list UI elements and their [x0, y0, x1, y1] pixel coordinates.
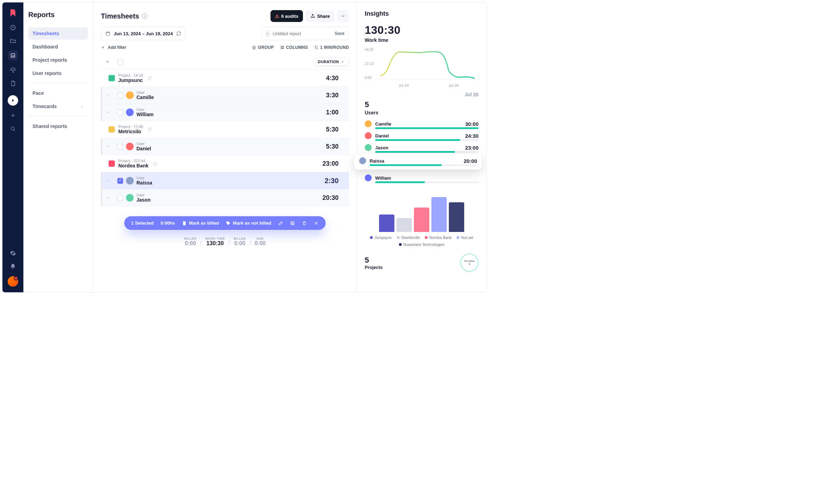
collapse-icon[interactable]	[105, 144, 110, 149]
settings-icon[interactable]	[9, 250, 16, 257]
collapse-icon[interactable]	[105, 93, 110, 97]
delete-button[interactable]	[302, 221, 307, 226]
sidebar-item-shared-reports[interactable]: Shared reports	[28, 120, 88, 133]
file-icon[interactable]	[9, 80, 16, 87]
user-avatar-icon	[365, 174, 372, 181]
external-link-icon[interactable]	[147, 127, 152, 132]
audits-button[interactable]: ⚠6 audits	[270, 10, 303, 22]
user-breakdown-row[interactable]: Jason23:00	[365, 144, 479, 153]
duration-cell: 5:30	[326, 126, 349, 133]
external-link-icon[interactable]	[153, 161, 157, 166]
collapse-icon[interactable]	[105, 196, 110, 200]
nav-rail	[2, 2, 23, 292]
user-breakdown-row[interactable]: William	[365, 174, 479, 183]
user-row[interactable]: UserRaissa2:30	[101, 172, 349, 189]
user-time-bar	[375, 181, 479, 183]
user-avatar-icon	[365, 120, 372, 127]
user-row[interactable]: UserCamille3:30	[101, 87, 349, 104]
chevron-down-icon	[341, 14, 345, 18]
project-color-icon	[109, 75, 115, 81]
project-row[interactable]: Project · 221:44Nordea Bank23:00	[101, 155, 349, 172]
umbrella-icon[interactable]	[9, 67, 16, 74]
user-time: 23:00	[465, 145, 479, 151]
user-avatar-icon	[126, 108, 134, 116]
user-name: William	[136, 112, 154, 117]
projects-bar-chart	[365, 194, 479, 232]
share-dropdown[interactable]	[337, 10, 349, 22]
report-name-input[interactable]	[273, 31, 331, 36]
sidebar-item-user-reports[interactable]: User reports	[28, 67, 88, 80]
user-avatar-icon	[365, 144, 372, 151]
select-all-checkbox[interactable]	[117, 59, 123, 65]
user-breakdown-row[interactable]: Raissa20:00	[354, 154, 482, 170]
sidebar-item-dashboard[interactable]: Dashboard	[28, 40, 88, 53]
svg-rect-3	[106, 32, 110, 35]
columns-button[interactable]: COLUMNS	[280, 45, 308, 50]
reports-icon[interactable]	[8, 51, 18, 60]
sidebar-item-pace[interactable]: Pace	[28, 87, 88, 99]
mark-as-not-billed-button[interactable]: Mark as not billed	[226, 220, 271, 226]
add-filter-button[interactable]: Add filter	[101, 45, 126, 50]
svg-point-2	[11, 127, 14, 130]
external-link-icon[interactable]	[147, 76, 152, 81]
project-row[interactable]: Project · 14:10Jumpsunc4:30	[101, 70, 349, 87]
worktime-label: Work time	[365, 37, 479, 43]
user-avatar-icon	[365, 132, 372, 139]
date-range-picker[interactable]: Jun 13, 2024 – Jun 19, 2024	[101, 27, 186, 40]
collapse-icon[interactable]	[105, 179, 110, 183]
user-time-bar	[375, 151, 479, 153]
refresh-icon[interactable]	[176, 31, 181, 36]
sparkline-focus-date: Jul 26	[365, 92, 479, 97]
project-row[interactable]: Project · 77:40Metricsilo5:30	[101, 121, 349, 138]
sidebar-item-timesheets[interactable]: Timesheets	[28, 27, 88, 40]
row-checkbox[interactable]	[117, 178, 123, 184]
user-breakdown-row[interactable]: Camille30:00	[365, 120, 479, 129]
round-button[interactable]: 1 MIN/ROUND	[314, 45, 349, 50]
row-checkbox[interactable]	[117, 144, 123, 150]
share-button[interactable]: Share	[306, 10, 334, 22]
copy-icon	[290, 221, 295, 226]
row-checkbox[interactable]	[117, 110, 123, 115]
app-logo	[8, 8, 18, 18]
duration-column-menu[interactable]: DURATION	[313, 58, 349, 66]
clock-icon[interactable]	[9, 24, 16, 31]
collapse-icon[interactable]	[105, 59, 110, 64]
legend-dot	[425, 236, 428, 239]
group-button[interactable]: GROUP	[252, 45, 274, 50]
sidebar-item-timecards[interactable]: Timecards	[28, 100, 88, 113]
info-icon[interactable]: i	[142, 13, 148, 19]
row-checkbox[interactable]	[117, 195, 123, 201]
user-row[interactable]: UserDaniel5:30	[101, 138, 349, 155]
edit-button[interactable]	[278, 221, 283, 226]
play-button[interactable]	[8, 95, 18, 106]
save-report-button[interactable]: Save	[335, 31, 344, 36]
total-value: 0:00	[254, 240, 266, 247]
plus-icon[interactable]	[9, 112, 16, 119]
duration-cell: 2:30	[325, 177, 349, 185]
ontime-ring: On time 5	[460, 254, 479, 272]
folder-icon[interactable]	[9, 37, 16, 44]
mark-as-billed-button[interactable]: Mark as billed	[182, 220, 219, 226]
user-time-bar	[375, 127, 479, 129]
total-label: BILLED	[184, 237, 197, 240]
sidebar-item-project-reports[interactable]: Project reports	[28, 54, 88, 66]
close-selection-bar[interactable]	[314, 221, 319, 226]
user-avatar-icon	[126, 194, 134, 202]
search-icon[interactable]	[9, 125, 16, 132]
row-meta: User	[136, 107, 154, 112]
selected-hours: 0:00hs	[161, 220, 175, 226]
user-row[interactable]: UserWilliam1:00	[101, 104, 349, 121]
user-avatar[interactable]	[8, 276, 18, 287]
row-meta: User	[136, 90, 154, 95]
bell-icon[interactable]	[9, 263, 16, 270]
copy-button[interactable]	[290, 221, 295, 226]
user-avatar-icon	[359, 157, 366, 164]
user-name: Raissa	[370, 158, 460, 164]
project-bar	[431, 197, 447, 232]
grid-header: DURATION	[101, 54, 349, 70]
user-breakdown-row[interactable]: Daniel24:30	[365, 132, 479, 141]
row-checkbox[interactable]	[117, 92, 123, 98]
row-meta: User	[136, 193, 150, 197]
collapse-icon[interactable]	[105, 110, 110, 114]
user-row[interactable]: UserJason20:30	[101, 189, 349, 206]
